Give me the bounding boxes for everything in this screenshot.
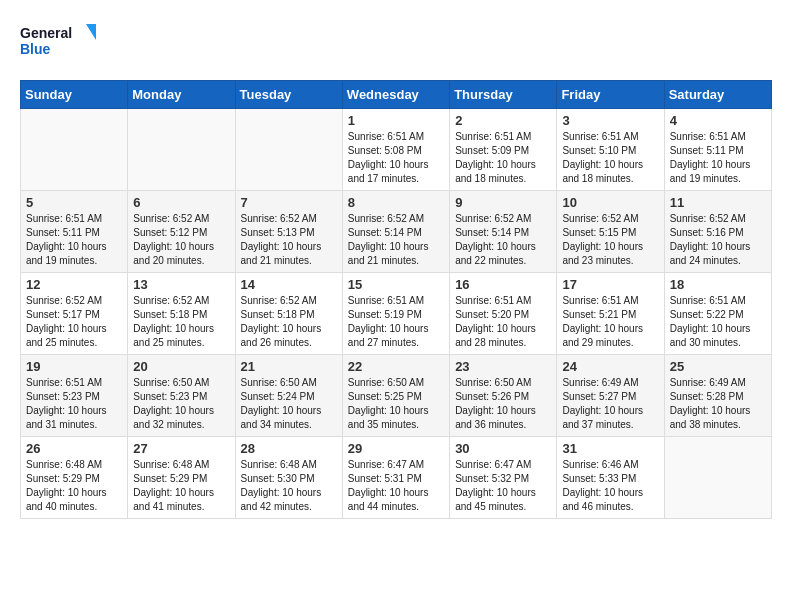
calendar-day-cell: 19Sunrise: 6:51 AM Sunset: 5:23 PM Dayli… xyxy=(21,355,128,437)
day-number: 21 xyxy=(241,359,337,374)
weekday-header: Wednesday xyxy=(342,81,449,109)
day-number: 5 xyxy=(26,195,122,210)
day-number: 6 xyxy=(133,195,229,210)
day-info: Sunrise: 6:51 AM Sunset: 5:19 PM Dayligh… xyxy=(348,294,444,350)
calendar-day-cell: 8Sunrise: 6:52 AM Sunset: 5:14 PM Daylig… xyxy=(342,191,449,273)
day-info: Sunrise: 6:47 AM Sunset: 5:32 PM Dayligh… xyxy=(455,458,551,514)
calendar-day-cell xyxy=(664,437,771,519)
calendar-day-cell: 6Sunrise: 6:52 AM Sunset: 5:12 PM Daylig… xyxy=(128,191,235,273)
day-number: 3 xyxy=(562,113,658,128)
day-number: 30 xyxy=(455,441,551,456)
day-number: 23 xyxy=(455,359,551,374)
day-number: 7 xyxy=(241,195,337,210)
day-info: Sunrise: 6:51 AM Sunset: 5:11 PM Dayligh… xyxy=(670,130,766,186)
day-info: Sunrise: 6:48 AM Sunset: 5:29 PM Dayligh… xyxy=(133,458,229,514)
weekday-header: Monday xyxy=(128,81,235,109)
day-number: 27 xyxy=(133,441,229,456)
day-number: 12 xyxy=(26,277,122,292)
day-number: 10 xyxy=(562,195,658,210)
day-info: Sunrise: 6:51 AM Sunset: 5:08 PM Dayligh… xyxy=(348,130,444,186)
day-number: 28 xyxy=(241,441,337,456)
calendar-day-cell: 3Sunrise: 6:51 AM Sunset: 5:10 PM Daylig… xyxy=(557,109,664,191)
day-info: Sunrise: 6:52 AM Sunset: 5:16 PM Dayligh… xyxy=(670,212,766,268)
calendar-day-cell: 28Sunrise: 6:48 AM Sunset: 5:30 PM Dayli… xyxy=(235,437,342,519)
day-number: 4 xyxy=(670,113,766,128)
svg-text:Blue: Blue xyxy=(20,41,51,57)
calendar-day-cell: 22Sunrise: 6:50 AM Sunset: 5:25 PM Dayli… xyxy=(342,355,449,437)
calendar-day-cell xyxy=(128,109,235,191)
day-info: Sunrise: 6:51 AM Sunset: 5:11 PM Dayligh… xyxy=(26,212,122,268)
day-info: Sunrise: 6:51 AM Sunset: 5:23 PM Dayligh… xyxy=(26,376,122,432)
day-number: 31 xyxy=(562,441,658,456)
calendar-day-cell: 26Sunrise: 6:48 AM Sunset: 5:29 PM Dayli… xyxy=(21,437,128,519)
weekday-header-row: SundayMondayTuesdayWednesdayThursdayFrid… xyxy=(21,81,772,109)
day-info: Sunrise: 6:47 AM Sunset: 5:31 PM Dayligh… xyxy=(348,458,444,514)
calendar-day-cell: 17Sunrise: 6:51 AM Sunset: 5:21 PM Dayli… xyxy=(557,273,664,355)
day-info: Sunrise: 6:51 AM Sunset: 5:10 PM Dayligh… xyxy=(562,130,658,186)
calendar-day-cell: 12Sunrise: 6:52 AM Sunset: 5:17 PM Dayli… xyxy=(21,273,128,355)
weekday-header: Thursday xyxy=(450,81,557,109)
day-number: 15 xyxy=(348,277,444,292)
calendar-table: SundayMondayTuesdayWednesdayThursdayFrid… xyxy=(20,80,772,519)
calendar-week-row: 1Sunrise: 6:51 AM Sunset: 5:08 PM Daylig… xyxy=(21,109,772,191)
calendar-day-cell: 15Sunrise: 6:51 AM Sunset: 5:19 PM Dayli… xyxy=(342,273,449,355)
day-number: 26 xyxy=(26,441,122,456)
calendar-day-cell: 2Sunrise: 6:51 AM Sunset: 5:09 PM Daylig… xyxy=(450,109,557,191)
day-number: 2 xyxy=(455,113,551,128)
day-number: 18 xyxy=(670,277,766,292)
day-info: Sunrise: 6:50 AM Sunset: 5:23 PM Dayligh… xyxy=(133,376,229,432)
day-info: Sunrise: 6:48 AM Sunset: 5:30 PM Dayligh… xyxy=(241,458,337,514)
day-number: 29 xyxy=(348,441,444,456)
calendar-day-cell: 29Sunrise: 6:47 AM Sunset: 5:31 PM Dayli… xyxy=(342,437,449,519)
weekday-header: Saturday xyxy=(664,81,771,109)
day-number: 19 xyxy=(26,359,122,374)
day-info: Sunrise: 6:50 AM Sunset: 5:24 PM Dayligh… xyxy=(241,376,337,432)
calendar-day-cell: 20Sunrise: 6:50 AM Sunset: 5:23 PM Dayli… xyxy=(128,355,235,437)
logo: General Blue xyxy=(20,20,100,64)
day-info: Sunrise: 6:52 AM Sunset: 5:13 PM Dayligh… xyxy=(241,212,337,268)
calendar-day-cell: 30Sunrise: 6:47 AM Sunset: 5:32 PM Dayli… xyxy=(450,437,557,519)
calendar-day-cell: 27Sunrise: 6:48 AM Sunset: 5:29 PM Dayli… xyxy=(128,437,235,519)
calendar-day-cell: 10Sunrise: 6:52 AM Sunset: 5:15 PM Dayli… xyxy=(557,191,664,273)
calendar-day-cell: 13Sunrise: 6:52 AM Sunset: 5:18 PM Dayli… xyxy=(128,273,235,355)
day-info: Sunrise: 6:52 AM Sunset: 5:17 PM Dayligh… xyxy=(26,294,122,350)
day-info: Sunrise: 6:49 AM Sunset: 5:28 PM Dayligh… xyxy=(670,376,766,432)
weekday-header: Tuesday xyxy=(235,81,342,109)
weekday-header: Sunday xyxy=(21,81,128,109)
svg-marker-2 xyxy=(86,24,96,40)
day-number: 20 xyxy=(133,359,229,374)
calendar-day-cell: 7Sunrise: 6:52 AM Sunset: 5:13 PM Daylig… xyxy=(235,191,342,273)
day-number: 1 xyxy=(348,113,444,128)
logo-svg: General Blue xyxy=(20,20,100,64)
day-info: Sunrise: 6:48 AM Sunset: 5:29 PM Dayligh… xyxy=(26,458,122,514)
calendar-day-cell: 5Sunrise: 6:51 AM Sunset: 5:11 PM Daylig… xyxy=(21,191,128,273)
calendar-day-cell xyxy=(21,109,128,191)
calendar-day-cell: 16Sunrise: 6:51 AM Sunset: 5:20 PM Dayli… xyxy=(450,273,557,355)
day-info: Sunrise: 6:52 AM Sunset: 5:15 PM Dayligh… xyxy=(562,212,658,268)
svg-text:General: General xyxy=(20,25,72,41)
day-info: Sunrise: 6:52 AM Sunset: 5:14 PM Dayligh… xyxy=(455,212,551,268)
day-info: Sunrise: 6:52 AM Sunset: 5:12 PM Dayligh… xyxy=(133,212,229,268)
day-number: 25 xyxy=(670,359,766,374)
weekday-header: Friday xyxy=(557,81,664,109)
day-info: Sunrise: 6:50 AM Sunset: 5:25 PM Dayligh… xyxy=(348,376,444,432)
page-header: General Blue xyxy=(20,20,772,64)
day-number: 16 xyxy=(455,277,551,292)
calendar-day-cell: 11Sunrise: 6:52 AM Sunset: 5:16 PM Dayli… xyxy=(664,191,771,273)
calendar-week-row: 26Sunrise: 6:48 AM Sunset: 5:29 PM Dayli… xyxy=(21,437,772,519)
day-info: Sunrise: 6:52 AM Sunset: 5:18 PM Dayligh… xyxy=(241,294,337,350)
day-number: 24 xyxy=(562,359,658,374)
calendar-day-cell: 9Sunrise: 6:52 AM Sunset: 5:14 PM Daylig… xyxy=(450,191,557,273)
calendar-week-row: 12Sunrise: 6:52 AM Sunset: 5:17 PM Dayli… xyxy=(21,273,772,355)
day-number: 11 xyxy=(670,195,766,210)
calendar-day-cell: 4Sunrise: 6:51 AM Sunset: 5:11 PM Daylig… xyxy=(664,109,771,191)
day-info: Sunrise: 6:52 AM Sunset: 5:14 PM Dayligh… xyxy=(348,212,444,268)
day-info: Sunrise: 6:51 AM Sunset: 5:21 PM Dayligh… xyxy=(562,294,658,350)
calendar-day-cell: 23Sunrise: 6:50 AM Sunset: 5:26 PM Dayli… xyxy=(450,355,557,437)
calendar-week-row: 19Sunrise: 6:51 AM Sunset: 5:23 PM Dayli… xyxy=(21,355,772,437)
calendar-week-row: 5Sunrise: 6:51 AM Sunset: 5:11 PM Daylig… xyxy=(21,191,772,273)
day-info: Sunrise: 6:51 AM Sunset: 5:20 PM Dayligh… xyxy=(455,294,551,350)
calendar-day-cell: 1Sunrise: 6:51 AM Sunset: 5:08 PM Daylig… xyxy=(342,109,449,191)
day-number: 9 xyxy=(455,195,551,210)
day-number: 14 xyxy=(241,277,337,292)
